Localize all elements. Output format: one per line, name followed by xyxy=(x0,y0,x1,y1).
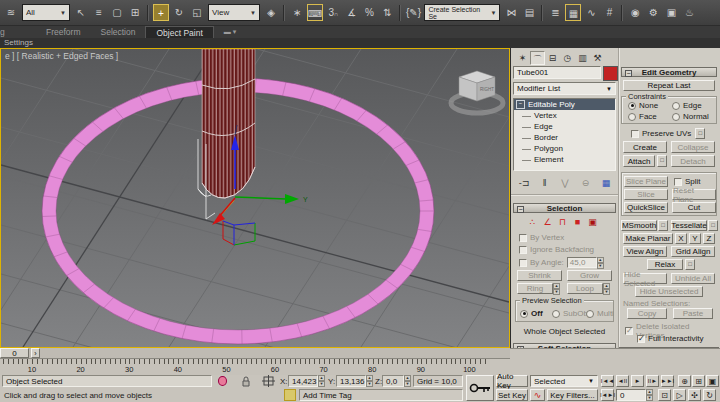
remove-modifier-icon[interactable]: ⊖ xyxy=(578,175,594,192)
select-object-icon[interactable]: ↖ xyxy=(73,4,89,21)
key-filters-button[interactable]: Key Filters... xyxy=(547,389,598,401)
key-mode-toggle-icon[interactable]: I◄►I xyxy=(601,389,614,401)
ref-coord-dropdown[interactable]: View▼ xyxy=(208,4,260,21)
ring-button[interactable]: Ring xyxy=(517,283,553,294)
use-pivot-center-icon[interactable]: ◈ xyxy=(263,4,279,21)
preview-off-radio[interactable] xyxy=(520,310,528,318)
selection-set-dropdown[interactable]: Selected▼ xyxy=(530,375,598,387)
border-mode-icon[interactable]: ⊓ xyxy=(557,217,568,228)
absolute-offset-mode-icon[interactable] xyxy=(262,375,275,387)
selection-filter-dropdown[interactable]: All▼ xyxy=(22,4,70,21)
z-coordinate-field[interactable]: 0,0 xyxy=(382,375,404,387)
planar-y-button[interactable]: Y xyxy=(689,233,701,244)
viewport-label[interactable]: e ] [ Realistic + Edged Faces ] xyxy=(5,51,118,61)
set-keys-key-icon[interactable] xyxy=(466,375,494,401)
create-tab-icon[interactable]: ✶ xyxy=(515,51,530,65)
by-angle-checkbox[interactable] xyxy=(519,259,527,267)
zoom-all-icon[interactable]: ⊞ xyxy=(692,375,705,387)
next-frame-arrow-icon[interactable]: › xyxy=(31,348,40,358)
timeline-ruler[interactable]: 102030405060708090100 xyxy=(0,359,490,375)
add-time-tag-field[interactable]: Add Time Tag xyxy=(299,389,463,401)
object-name-field[interactable]: Tube001 xyxy=(513,66,601,79)
reset-plane-button[interactable]: Reset Plane xyxy=(672,189,716,200)
constraint-face-radio[interactable] xyxy=(628,113,636,121)
perspective-viewport[interactable]: Y RIGHT e ] [ Realistic + Edged Faces ] xyxy=(0,48,510,348)
ribbon-settings-label[interactable]: Settings xyxy=(4,38,33,47)
full-interactivity-checkbox[interactable]: ✓ xyxy=(637,335,645,343)
modify-tab-icon[interactable]: ⌒ xyxy=(530,51,545,65)
relax-settings-icon[interactable]: □ xyxy=(685,259,695,270)
bind-spacewarp-icon[interactable]: ≋ xyxy=(3,4,19,21)
planar-z-button[interactable]: Z xyxy=(703,233,715,244)
utilities-tab-icon[interactable]: ⚒ xyxy=(590,51,605,65)
motion-tab-icon[interactable]: ◷ xyxy=(560,51,575,65)
rect-selection-region-icon[interactable]: ▢ xyxy=(109,4,125,21)
vertex-mode-icon[interactable]: ∴ xyxy=(527,217,538,228)
grow-button[interactable]: Grow xyxy=(567,270,612,281)
element-mode-icon[interactable]: ▣ xyxy=(587,217,598,228)
time-tag-icon[interactable] xyxy=(284,389,296,401)
by-angle-spinner[interactable]: ▲▼ xyxy=(597,257,604,268)
make-unique-icon[interactable]: ⋁ xyxy=(557,175,573,192)
preview-subobj-option[interactable]: SubObj xyxy=(552,309,590,318)
collapse-button[interactable]: Collapse xyxy=(671,141,715,153)
pin-stack-icon[interactable]: -⊐ xyxy=(516,175,532,192)
stack-item-editable-poly[interactable]: − Editable Poly xyxy=(514,99,615,110)
paste-button[interactable]: Paste xyxy=(673,308,713,319)
view-align-button[interactable]: View Align xyxy=(623,246,667,257)
time-slider-handle[interactable]: 0 xyxy=(0,348,29,358)
by-vertex-checkbox[interactable] xyxy=(519,234,527,242)
frame-spinner[interactable]: ▲▼ xyxy=(646,389,653,401)
constraint-edge-option[interactable]: Edge xyxy=(672,101,702,110)
stack-item-border[interactable]: Border xyxy=(514,132,615,143)
hide-selected-button[interactable]: Hide Selected xyxy=(623,273,667,284)
preview-multi-option[interactable]: Multi xyxy=(586,309,614,318)
collapse-rollout-icon[interactable]: − xyxy=(625,70,632,77)
time-slider-track[interactable] xyxy=(0,348,510,359)
auto-key-button[interactable]: Auto Key xyxy=(496,375,528,387)
msmooth-settings-icon[interactable]: □ xyxy=(658,220,668,231)
tessellate-settings-icon[interactable]: □ xyxy=(708,220,718,231)
quickslice-button[interactable]: QuickSlice xyxy=(624,202,668,213)
detach-button[interactable]: Detach xyxy=(671,155,715,167)
by-angle-field[interactable]: 45,0 xyxy=(567,257,597,268)
collapse-tree-icon[interactable]: − xyxy=(516,100,525,109)
schematic-view-icon[interactable]: # xyxy=(601,4,617,21)
x-spinner[interactable]: ▲▼ xyxy=(318,375,325,387)
percent-snap-icon[interactable]: % xyxy=(361,4,377,21)
ribbon-minimize-icon[interactable]: ▬ ▾ xyxy=(214,26,246,38)
polygon-mode-icon[interactable]: ■ xyxy=(572,217,583,228)
loop-spinner[interactable]: ▲▼ xyxy=(603,283,610,294)
show-end-result-icon[interactable]: ‖ xyxy=(537,175,553,192)
zoom-extents-icon[interactable]: ▣ xyxy=(706,375,719,387)
hierarchy-tab-icon[interactable]: ⊟ xyxy=(545,51,560,65)
preserve-uvs-checkbox[interactable] xyxy=(631,130,639,138)
attach-button[interactable]: Attach xyxy=(623,155,655,167)
cut-button[interactable]: Cut xyxy=(672,202,716,213)
preserve-uvs-settings-icon[interactable]: □ xyxy=(695,128,705,139)
stack-item-element[interactable]: Element xyxy=(514,154,615,165)
snap-toggle-3d-icon[interactable]: 3∩ xyxy=(325,4,341,21)
constraint-face-option[interactable]: Face xyxy=(628,112,657,121)
split-checkbox[interactable] xyxy=(674,178,682,186)
constraint-edge-radio[interactable] xyxy=(672,102,680,110)
tab-selection[interactable]: Selection xyxy=(90,26,145,38)
ribbon-toggle-icon[interactable]: ▦ xyxy=(565,4,581,21)
shrink-button[interactable]: Shrink xyxy=(517,270,562,281)
go-to-start-icon[interactable]: I◄◄ xyxy=(601,375,614,387)
orbit-icon[interactable]: ↻ xyxy=(703,389,716,401)
grid-align-button[interactable]: Grid Align xyxy=(671,246,715,257)
delete-isolated-checkbox[interactable]: ✓ xyxy=(625,327,633,335)
z-spinner[interactable]: ▲▼ xyxy=(404,375,411,387)
ring-spinner[interactable]: ▲▼ xyxy=(553,283,560,294)
select-move-icon[interactable]: + xyxy=(153,4,169,21)
previous-frame-icon[interactable]: ◄II xyxy=(616,375,629,387)
mirror-icon[interactable]: ⋈ xyxy=(503,4,519,21)
x-coordinate-field[interactable]: 14,423 xyxy=(288,375,318,387)
default-tangent-icon[interactable]: ∿ xyxy=(530,389,545,401)
pan-view-icon[interactable]: ✣ xyxy=(688,389,701,401)
window-crossing-icon[interactable]: ⊞ xyxy=(127,4,143,21)
next-frame-icon[interactable]: II► xyxy=(646,375,659,387)
attach-settings-icon[interactable]: □ xyxy=(657,155,667,167)
tab-modeling-tools[interactable]: g Tools xyxy=(0,26,36,38)
